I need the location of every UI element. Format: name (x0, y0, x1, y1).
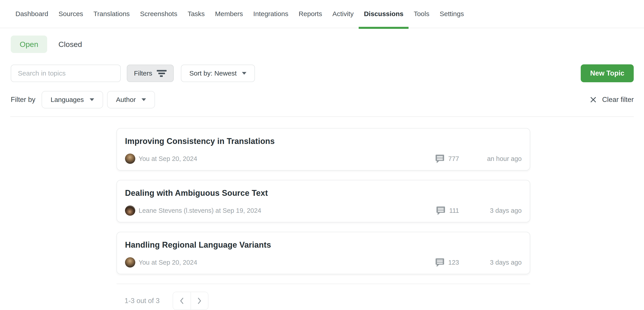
nav-item-dashboard[interactable]: Dashboard (10, 0, 54, 28)
comment-bubble-icon (436, 206, 446, 215)
filters-button-label: Filters (134, 69, 152, 77)
nav-item-members[interactable]: Members (210, 0, 248, 28)
topics-list: Improving Consistency in Translations Yo… (116, 128, 530, 310)
sort-button[interactable]: Sort by: Newest (181, 65, 255, 82)
avatar (125, 154, 135, 164)
nav-item-settings[interactable]: Settings (434, 0, 469, 28)
author-filter-dropdown[interactable]: Author (107, 91, 155, 108)
close-icon (590, 96, 597, 103)
tab-open[interactable]: Open (11, 35, 47, 53)
caret-down-icon (242, 72, 246, 75)
chevron-right-icon (196, 297, 202, 305)
topic-meta-row: Leane Stevens (l.stevens) at Sep 19, 202… (125, 205, 522, 216)
topic-author-line: Leane Stevens (l.stevens) at Sep 19, 202… (139, 207, 261, 214)
topic-meta-row: You at Sep 20, 2024 123 3 days ago (125, 257, 522, 268)
nav-item-screenshots[interactable]: Screenshots (135, 0, 182, 28)
previous-page-button[interactable] (173, 292, 190, 310)
comment-count-value: 777 (448, 155, 459, 162)
topic-timestamp: 3 days ago (459, 207, 522, 214)
nav-item-reports[interactable]: Reports (294, 0, 327, 28)
avatar (125, 257, 135, 268)
nav-item-activity[interactable]: Activity (327, 0, 359, 28)
section-divider (10, 116, 634, 117)
filter-by-label: Filter by (11, 96, 35, 104)
nav-item-tasks[interactable]: Tasks (182, 0, 210, 28)
comment-count-value: 123 (448, 259, 459, 266)
languages-filter-label: Languages (50, 96, 84, 103)
topic-card[interactable]: Handling Regional Language Variants You … (116, 232, 530, 274)
comment-bubble-icon (435, 154, 444, 163)
clear-filter-label: Clear filter (602, 96, 634, 104)
filter-lines-icon (157, 69, 166, 77)
comment-count: 111 (436, 206, 459, 215)
status-tabs: Open Closed (11, 35, 634, 53)
next-page-button[interactable] (190, 292, 208, 310)
pagination-divider (116, 284, 530, 284)
search-input[interactable] (11, 65, 121, 82)
topic-title[interactable]: Dealing with Ambiguous Source Text (125, 188, 522, 198)
new-topic-button[interactable]: New Topic (581, 64, 634, 82)
nav-item-integrations[interactable]: Integrations (248, 0, 294, 28)
topic-meta-row: You at Sep 20, 2024 777 an hour ago (125, 154, 522, 164)
top-navigation: Dashboard Sources Translations Screensho… (0, 0, 644, 28)
caret-down-icon (90, 98, 94, 101)
sort-button-label: Sort by: Newest (190, 69, 237, 77)
topic-author-line: You at Sep 20, 2024 (139, 259, 197, 266)
topic-card[interactable]: Dealing with Ambiguous Source Text Leane… (116, 180, 530, 222)
languages-filter-dropdown[interactable]: Languages (42, 91, 103, 108)
topic-title[interactable]: Handling Regional Language Variants (125, 240, 522, 250)
topics-toolbar: Filters Sort by: Newest New Topic (11, 65, 634, 82)
nav-item-discussions[interactable]: Discussions (359, 0, 408, 28)
comment-bubble-icon (435, 258, 444, 267)
filter-bar: Filter by Languages Author Clear filter (11, 91, 634, 108)
comment-count: 123 (435, 258, 459, 267)
tab-closed[interactable]: Closed (47, 35, 93, 53)
topic-timestamp: an hour ago (459, 155, 522, 162)
topic-author-line: You at Sep 20, 2024 (139, 155, 197, 162)
topic-title[interactable]: Improving Consistency in Translations (125, 137, 522, 146)
pagination: 1-3 out of 3 (116, 292, 530, 310)
caret-down-icon (142, 98, 146, 101)
author-filter-label: Author (116, 96, 136, 103)
comment-count-value: 111 (449, 207, 459, 214)
nav-item-sources[interactable]: Sources (54, 0, 88, 28)
topic-timestamp: 3 days ago (459, 259, 522, 266)
page-summary: 1-3 out of 3 (124, 297, 160, 305)
pager-buttons (173, 292, 208, 310)
filters-button[interactable]: Filters (127, 65, 174, 82)
comment-count: 777 (435, 154, 459, 163)
nav-item-tools[interactable]: Tools (408, 0, 434, 28)
chevron-left-icon (179, 297, 185, 305)
nav-item-translations[interactable]: Translations (88, 0, 135, 28)
topic-card[interactable]: Improving Consistency in Translations Yo… (116, 128, 530, 171)
clear-filter-button[interactable]: Clear filter (590, 96, 634, 104)
avatar (125, 205, 135, 216)
